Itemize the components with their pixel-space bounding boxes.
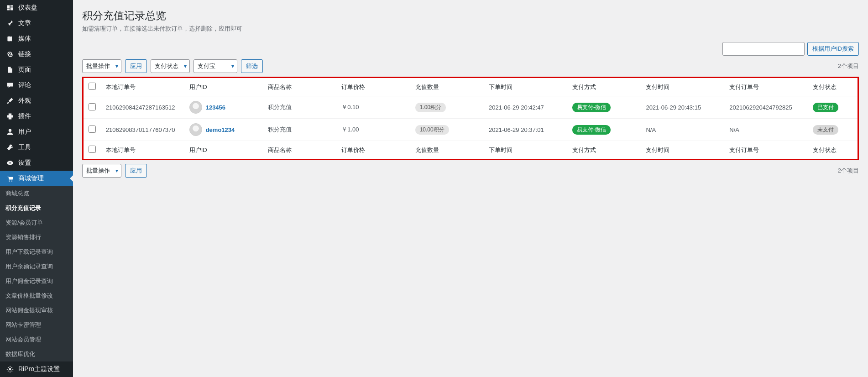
sidebar-item-label: 媒体 (18, 35, 31, 43)
col-order-no[interactable]: 本地订单号 (101, 141, 185, 159)
shop-submenu: 商城总览 积分充值记录 资源/会员订单 资源销售排行 用户下载记录查询 用户余额… (0, 186, 73, 361)
submenu-card-key[interactable]: 网站卡密管理 (0, 318, 73, 332)
filter-button[interactable]: 筛选 (241, 59, 263, 73)
user-link[interactable]: 123456 (206, 104, 225, 111)
svg-point-3 (11, 180, 12, 181)
col-method[interactable]: 支付方式 (568, 141, 641, 159)
col-product[interactable]: 商品名称 (263, 141, 337, 159)
cart-icon (5, 175, 15, 182)
sidebar-item-tools[interactable]: 工具 (0, 140, 73, 155)
sidebar-item-links[interactable]: 链接 (0, 47, 73, 62)
page-subtitle: 如需清理订单，直接筛选出未付款订单，选择删除，应用即可 (82, 25, 859, 33)
submenu-withdraw-review[interactable]: 网站佣金提现审核 (0, 303, 73, 318)
pay-no: 2021062920424792825 (725, 96, 808, 119)
sidebar-item-pages[interactable]: 页面 (0, 62, 73, 78)
pay-no: N/A (725, 119, 808, 141)
col-user-id[interactable]: 用户ID (185, 78, 263, 96)
qty-badge: 1.00积分 (415, 103, 446, 112)
sidebar-item-label: 评论 (18, 81, 31, 89)
order-time: 2021-06-29 20:42:47 (484, 96, 568, 119)
sidebar-item-label: 商城管理 (18, 174, 44, 183)
col-pay-no[interactable]: 支付订单号 (725, 141, 808, 159)
col-pay-time[interactable]: 支付时间 (641, 78, 725, 96)
sidebar-item-label: 仪表盘 (18, 4, 37, 12)
pay-status-select[interactable]: 支付状态 (151, 59, 190, 73)
col-order-time[interactable]: 下单时间 (484, 78, 568, 96)
avatar (189, 101, 202, 114)
submenu-db-optimize[interactable]: 数据库优化 (0, 347, 73, 361)
method-badge: 易支付-微信 (572, 103, 611, 112)
col-product[interactable]: 商品名称 (263, 78, 337, 96)
search-input[interactable] (722, 42, 805, 56)
sidebar-item-shop[interactable]: 商城管理 (0, 171, 73, 186)
order-no: 210629083701177607370 (106, 126, 180, 133)
brush-icon (5, 97, 15, 105)
submenu-price-batch[interactable]: 文章价格批量修改 (0, 288, 73, 303)
sidebar-item-comments[interactable]: 评论 (0, 78, 73, 93)
items-count-top: 2个项目 (838, 62, 859, 70)
svg-point-4 (9, 368, 11, 371)
pay-time: 2021-06-29 20:43:15 (641, 96, 725, 119)
bulk-action-select[interactable]: 批量操作 (82, 59, 121, 73)
sidebar-item-appearance[interactable]: 外观 (0, 93, 73, 109)
sidebar-item-label: 文章 (18, 19, 31, 27)
col-status[interactable]: 支付状态 (808, 141, 858, 159)
plugin-icon (5, 113, 15, 120)
submenu-points-recharge[interactable]: 积分充值记录 (0, 201, 73, 215)
col-method[interactable]: 支付方式 (568, 78, 641, 96)
sidebar-item-settings[interactable]: 设置 (0, 155, 73, 171)
col-status[interactable]: 支付状态 (808, 78, 858, 96)
order-time: 2021-06-29 20:37:01 (484, 119, 568, 141)
order-no: 210629084247287163512 (106, 104, 180, 111)
col-order-time[interactable]: 下单时间 (484, 141, 568, 159)
apply-bulk-button[interactable]: 应用 (125, 59, 147, 73)
table-row: 210629084247287163512 123456 积分充值 ￥0.10 … (84, 96, 858, 119)
sidebar-item-media[interactable]: 媒体 (0, 31, 73, 47)
sidebar-item-users[interactable]: 用户 (0, 124, 73, 140)
sidebar-item-label: 外观 (18, 97, 31, 105)
row-checkbox[interactable] (89, 126, 96, 133)
orders-table: 本地订单号 用户ID 商品名称 订单价格 充值数量 下单时间 支付方式 支付时间… (84, 78, 858, 159)
submenu-member-manage[interactable]: 网站会员管理 (0, 332, 73, 347)
sidebar-item-plugins[interactable]: 插件 (0, 109, 73, 124)
col-price[interactable]: 订单价格 (337, 141, 410, 159)
items-count-bottom: 2个项目 (838, 167, 859, 175)
bulk-action-select-bottom[interactable]: 批量操作 (82, 164, 121, 178)
sidebar-item-label: 插件 (18, 112, 31, 120)
sidebar-item-theme[interactable]: RiPro主题设置 (0, 361, 73, 377)
link-icon (5, 51, 15, 58)
col-qty[interactable]: 充值数量 (411, 141, 484, 159)
user-link[interactable]: demo1234 (206, 126, 235, 133)
col-order-no[interactable]: 本地订单号 (101, 78, 185, 96)
submenu-commission-records[interactable]: 用户佣金记录查询 (0, 274, 73, 288)
order-price: ￥1.00 (337, 119, 410, 141)
col-qty[interactable]: 充值数量 (411, 78, 484, 96)
col-pay-time[interactable]: 支付时间 (641, 141, 725, 159)
select-all-top[interactable] (89, 83, 96, 90)
select-all-bottom[interactable] (89, 146, 96, 153)
sidebar-item-dashboard[interactable]: 仪表盘 (0, 0, 73, 16)
table-row: 210629083701177607370 demo1234 积分充值 ￥1.0… (84, 119, 858, 141)
sidebar-item-label: 链接 (18, 50, 31, 58)
col-price[interactable]: 订单价格 (337, 78, 410, 96)
user-icon (5, 128, 15, 136)
submenu-overview[interactable]: 商城总览 (0, 186, 73, 201)
gear-icon (5, 366, 15, 373)
sidebar-item-label: 页面 (18, 66, 31, 74)
tool-icon (5, 144, 15, 151)
col-user-id[interactable]: 用户ID (185, 141, 263, 159)
apply-bulk-button-bottom[interactable]: 应用 (125, 164, 147, 178)
sidebar-item-label: 设置 (18, 159, 31, 167)
sidebar-item-label: RiPro主题设置 (18, 365, 60, 373)
col-pay-no[interactable]: 支付订单号 (725, 78, 808, 96)
submenu-sales-rank[interactable]: 资源销售排行 (0, 230, 73, 245)
search-button[interactable]: 根据用户ID搜索 (807, 42, 859, 56)
submenu-download-records[interactable]: 用户下载记录查询 (0, 245, 73, 259)
submenu-balance-records[interactable]: 用户余额记录查询 (0, 259, 73, 274)
sidebar-item-label: 工具 (18, 143, 31, 152)
submenu-resource-orders[interactable]: 资源/会员订单 (0, 215, 73, 230)
pay-method-select[interactable]: 支付宝 (193, 59, 237, 73)
row-checkbox[interactable] (89, 103, 96, 110)
sidebar-item-posts[interactable]: 文章 (0, 16, 73, 31)
pay-time: N/A (641, 119, 725, 141)
